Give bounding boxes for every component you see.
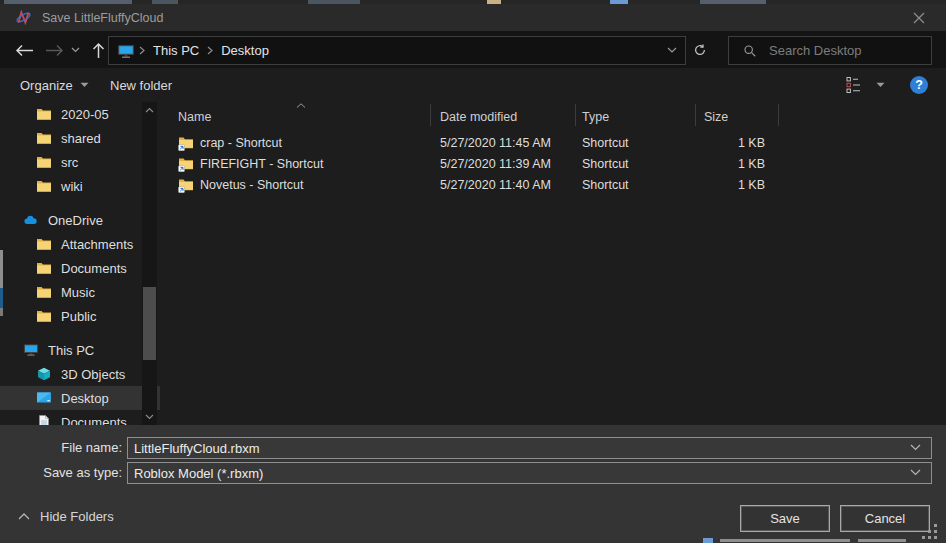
sidebar-item-wiki[interactable]: wiki <box>0 174 160 198</box>
sidebar-item-label: Desktop <box>61 391 109 406</box>
resize-grip[interactable] <box>920 523 942 541</box>
table-row[interactable]: FIREFIGHT - Shortcut5/27/2020 11:39 AMSh… <box>160 153 946 174</box>
organize-button[interactable]: Organize <box>20 68 89 102</box>
scroll-up-button[interactable] <box>142 102 157 118</box>
address-dropdown-button[interactable] <box>667 47 677 54</box>
cancel-button[interactable]: Cancel <box>840 505 930 532</box>
sidebar-item-src[interactable]: src <box>0 150 160 174</box>
main-area: 2020-05sharedsrcwikiOneDriveAttachmentsD… <box>0 102 946 425</box>
save-as-type-select[interactable]: Roblox Model (*.rbxm) <box>127 462 932 484</box>
column-separator[interactable] <box>430 104 431 126</box>
column-header-size[interactable]: Size <box>704 102 764 128</box>
onedrive-icon <box>23 212 39 228</box>
file-list: Name Date modified Type Size crap - Shor… <box>160 102 946 425</box>
dropdown-chevron-icon[interactable] <box>910 444 921 451</box>
folder-icon <box>36 308 52 324</box>
back-button[interactable] <box>12 38 36 62</box>
folder-icon <box>36 130 52 146</box>
column-separator[interactable] <box>695 104 696 126</box>
file-name: FIREFIGHT - Shortcut <box>200 157 323 171</box>
sidebar-item-label: Documents <box>61 261 127 276</box>
help-button[interactable]: ? <box>910 76 928 94</box>
file-type: Shortcut <box>582 136 629 150</box>
chevron-down-icon <box>71 47 80 53</box>
breadcrumb-desktop[interactable]: Desktop <box>217 43 273 58</box>
dropdown-chevron-icon[interactable] <box>910 469 921 476</box>
file-name: crap - Shortcut <box>200 136 282 150</box>
scrollbar-thumb[interactable] <box>143 287 156 360</box>
search-box[interactable] <box>728 36 932 65</box>
folder-shortcut-icon <box>178 135 194 151</box>
search-icon <box>743 44 757 58</box>
address-bar[interactable]: This PC Desktop <box>108 36 686 65</box>
file-date-modified: 5/27/2020 11:45 AM <box>440 136 551 150</box>
caret-down-icon <box>876 82 885 88</box>
help-question-icon: ? <box>915 78 923 92</box>
column-header-date-modified[interactable]: Date modified <box>440 102 575 128</box>
sidebar-item-documents[interactable]: Documents <box>0 256 160 280</box>
title-bar: Save LittleFluffyCloud <box>0 4 946 31</box>
sidebar-item-shared[interactable]: shared <box>0 126 160 150</box>
column-header-type[interactable]: Type <box>582 102 688 128</box>
file-name-combobox[interactable] <box>127 437 932 459</box>
folder-shortcut-icon <box>178 177 194 193</box>
sidebar-item-2020-05[interactable]: 2020-05 <box>0 102 160 126</box>
breadcrumb-separator-icon <box>139 46 145 55</box>
new-folder-button[interactable]: New folder <box>110 68 172 102</box>
forward-button[interactable] <box>42 38 66 62</box>
save-button[interactable]: Save <box>740 505 830 532</box>
folder-icon <box>36 178 52 194</box>
document-icon <box>36 414 52 425</box>
forward-arrow-icon <box>45 44 64 57</box>
column-separator[interactable] <box>575 104 576 126</box>
scroll-down-button[interactable] <box>142 409 157 425</box>
sidebar-item-this-pc[interactable]: This PC <box>0 338 160 362</box>
file-type: Shortcut <box>582 178 629 192</box>
close-icon <box>913 12 925 24</box>
recent-locations-button[interactable] <box>66 38 84 62</box>
file-date-modified: 5/27/2020 11:40 AM <box>440 178 551 192</box>
cube-icon <box>36 366 52 382</box>
this-pc-icon <box>117 44 135 58</box>
file-size: 1 KB <box>695 157 765 171</box>
up-button[interactable] <box>86 38 110 62</box>
search-input[interactable] <box>767 42 921 59</box>
new-folder-label: New folder <box>110 78 172 93</box>
sidebar-item-public[interactable]: Public <box>0 304 160 328</box>
hide-folders-button[interactable]: Hide Folders <box>18 509 114 524</box>
background-fragment <box>0 288 3 308</box>
breadcrumb-this-pc[interactable]: This PC <box>149 43 203 58</box>
table-row[interactable]: Novetus - Shortcut5/27/2020 11:40 AMShor… <box>160 174 946 195</box>
sidebar-scrollbar[interactable] <box>142 102 157 425</box>
save-as-type-value: Roblox Model (*.rbxm) <box>128 466 263 481</box>
details-view-button[interactable] <box>846 76 866 94</box>
background-fragment <box>0 250 3 288</box>
background-fragment <box>858 539 906 542</box>
save-dialog-footer: File name: Save as type: Roblox Model (*… <box>0 425 946 543</box>
view-options-chevron-button[interactable] <box>876 81 885 89</box>
sidebar-item-label: This PC <box>48 343 94 358</box>
refresh-button[interactable] <box>688 39 712 61</box>
sidebar-item-label: Documents <box>61 415 127 426</box>
sidebar-item-desktop[interactable]: Desktop <box>0 386 160 410</box>
save-as-type-label: Save as type: <box>0 465 122 480</box>
sidebar-item-3d-objects[interactable]: 3D Objects <box>0 362 160 386</box>
table-row[interactable]: crap - Shortcut5/27/2020 11:45 AMShortcu… <box>160 132 946 153</box>
folder-icon <box>36 284 52 300</box>
chevron-up-icon <box>18 513 30 520</box>
background-fragment <box>720 539 850 542</box>
sidebar-item-attachments[interactable]: Attachments <box>0 232 160 256</box>
sidebar-item-label: 3D Objects <box>61 367 125 382</box>
file-name-input[interactable] <box>128 441 894 456</box>
sidebar-item-documents[interactable]: Documents <box>0 410 160 425</box>
sidebar-item-label: OneDrive <box>48 213 103 228</box>
column-separator[interactable] <box>778 104 779 126</box>
this-pc-icon <box>23 342 39 358</box>
file-size: 1 KB <box>695 178 765 192</box>
sidebar-item-music[interactable]: Music <box>0 280 160 304</box>
chevron-down-icon <box>667 47 677 54</box>
sidebar-item-label: Music <box>61 285 95 300</box>
background-fragment <box>0 308 3 316</box>
sidebar-item-onedrive[interactable]: OneDrive <box>0 208 160 232</box>
close-button[interactable] <box>898 4 940 31</box>
